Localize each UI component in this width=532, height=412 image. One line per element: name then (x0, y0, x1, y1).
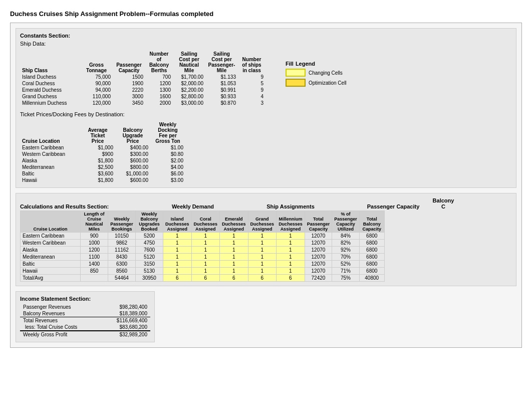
calc-cell: 12070 (305, 247, 332, 254)
destination-cell: $2.00 (150, 157, 185, 164)
ship-row: Emerald Duchess94,00022201300$2,200.00$0… (20, 87, 265, 93)
destination-cell: $1.00 (150, 144, 185, 151)
calc-cell: 71% (332, 268, 360, 275)
destination-row: Baltic$3,600$1,000.00$6.00 (20, 170, 185, 177)
ship-cell: 1500 (113, 74, 145, 80)
income-row: Passenger Revenues$98,280,400 (20, 304, 150, 310)
col-avg-ticket: AverageTicketPrice (80, 121, 115, 144)
calc-cell: 1 (277, 240, 305, 247)
calc-cell: 1 (277, 261, 305, 268)
calc-cell: 1 (220, 240, 248, 247)
calc-cell: 92% (332, 247, 360, 254)
calc-cell: 1 (248, 240, 277, 247)
destination-cell: $6.00 (150, 170, 185, 177)
calc-cell: 1 (248, 268, 277, 275)
destination-cell: $400.00 (115, 144, 150, 151)
ship-cell: 120,000 (80, 100, 113, 106)
calculations-section: Calculations and Results Section: Weekly… (16, 193, 516, 286)
ship-cell: $0.933 (205, 93, 238, 100)
ship-cell: Coral Duchess (20, 80, 80, 87)
calc-cell: 1 (163, 240, 192, 247)
destination-row: Hawaii$1,800$600.00$3.00 (20, 177, 185, 183)
calc-cell: 5130 (136, 268, 163, 275)
calc-cell: 6800 (359, 247, 384, 254)
calc-cell: 10150 (108, 233, 136, 240)
calc-cell: 1 (277, 233, 305, 240)
ship-data-table: Ship Class GrossTonnage PassengerCapacit… (20, 51, 265, 106)
optimization-cell-label: Optimization Cell (309, 80, 347, 86)
destination-cell: Baltic (20, 170, 80, 177)
calc-cell: Baltic (21, 261, 81, 268)
calc-cell: 6800 (359, 268, 384, 275)
destination-cell: Eastern Caribbean (20, 144, 80, 151)
calculations-table: Cruise Location Length ofCruiseNauticalM… (20, 211, 385, 282)
calc-cell: Western Caribbean (21, 240, 81, 247)
ship-cell: 1200 (145, 80, 173, 87)
destination-row: Western Caribbean$900$300.00$0.80 (20, 151, 185, 157)
calc-cell: 12070 (305, 261, 332, 268)
calc-total-cell: 6 (248, 275, 277, 282)
ship-cell: 3450 (113, 100, 145, 106)
calc-cell: 6300 (108, 261, 136, 268)
ship-cell: $2,200.00 (173, 87, 205, 93)
destination-cell: $800.00 (115, 164, 150, 170)
income-label-cell: Balcony Revenues (20, 310, 100, 317)
calc-cell: 3150 (136, 261, 163, 268)
destination-cell: $1,000.00 (115, 170, 150, 177)
changing-cells-legend: Changing Cells (286, 69, 347, 77)
calc-cell: 1 (220, 247, 248, 254)
ship-cell: $3,000.00 (173, 100, 205, 106)
calc-cell: 1 (277, 268, 305, 275)
weekly-demand-label: Weekly Demand (160, 203, 225, 210)
calc-cell: 1 (191, 254, 220, 261)
calc-total-cell: 75% (332, 275, 360, 282)
calc-cell: 12070 (305, 240, 332, 247)
calc-cell: 6800 (359, 240, 384, 247)
ship-cell: $1.053 (205, 80, 238, 87)
destination-cell: $300.00 (115, 151, 150, 157)
destination-row: Alaska$1,800$600.00$2.00 (20, 157, 185, 164)
calc-cell: Hawaii (21, 268, 81, 275)
ship-cell: 5 (238, 80, 265, 87)
ch-total-bal-cap: TotalBalconyCapacity (359, 211, 384, 233)
income-value-cell: $32,989,200 (100, 331, 150, 338)
calc-row: Western Caribbean10009862475011111120708… (21, 240, 385, 247)
legend-area: Fill Legend Changing Cells Optimization … (286, 61, 347, 89)
ship-cell: 9 (238, 74, 265, 80)
col-passenger-capacity: PassengerCapacity (113, 51, 145, 74)
calc-total-cell: 40800 (359, 275, 384, 282)
calc-cell: 6800 (359, 261, 384, 268)
ship-cell: $1.133 (205, 74, 238, 80)
calc-cell: 1 (220, 261, 248, 268)
calc-cell: 1 (277, 247, 305, 254)
calc-cell: 1 (248, 261, 277, 268)
income-value-cell: $116,669,400 (100, 317, 150, 324)
ship-cell: 2000 (145, 100, 173, 106)
ship-cell: 94,000 (80, 87, 113, 93)
ship-cell: 90,000 (80, 80, 113, 87)
ship-cell: 9 (238, 87, 265, 93)
calc-cell: 12070 (305, 254, 332, 261)
calc-total-cell: 54464 (108, 275, 136, 282)
calc-cell: 12070 (305, 233, 332, 240)
calc-cell: 1 (248, 233, 277, 240)
calc-row: Mediterranean110084305120111111207070%68… (21, 254, 385, 261)
col-sailing-cost-passenger: SailingCost perPassenger-Mile (205, 51, 238, 74)
destination-cell: Alaska (20, 157, 80, 164)
calc-row: Hawaii85085605130111111207071%6800 (21, 268, 385, 275)
calc-cell: 82% (332, 240, 360, 247)
optimization-cell-icon (286, 79, 306, 87)
destination-cell: $1,800 (80, 177, 115, 183)
ship-cell: 4 (238, 93, 265, 100)
income-label-cell: Total Revenues (20, 317, 100, 324)
destination-cell: $3,600 (80, 170, 115, 177)
calc-cell: 4750 (136, 240, 163, 247)
optimization-cell-legend: Optimization Cell (286, 79, 347, 87)
ch-coral: CoralDuchessesAssigned (191, 211, 220, 233)
calc-cell: 1400 (81, 261, 108, 268)
calc-total-cell: 6 (163, 275, 192, 282)
ship-cell: 3 (238, 100, 265, 106)
calc-cell: 1 (163, 233, 192, 240)
calc-cell: 5120 (136, 254, 163, 261)
ship-cell: 1300 (145, 87, 173, 93)
